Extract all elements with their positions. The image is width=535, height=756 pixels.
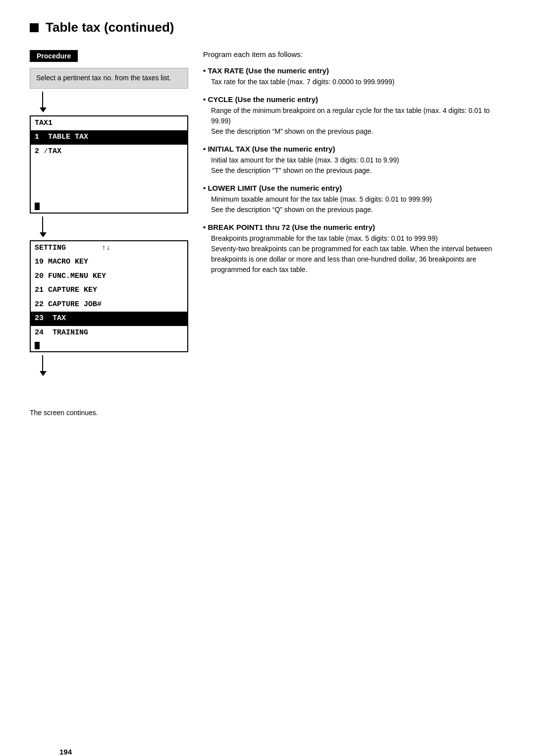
screen1-row-6 [31, 187, 187, 201]
screen2-row-5: 22 CAPTURE JOB# [31, 298, 187, 312]
bullet-initial-tax-title: INITIAL TAX (Use the numeric entry) [203, 145, 505, 153]
bullet-cycle-title: CYCLE (Use the numeric entry) [203, 95, 505, 104]
screen1-row-5 [31, 173, 187, 187]
arrow-down-3 [30, 355, 188, 376]
screen2-row-6: 23 TAX [31, 312, 187, 326]
intro-text: Program each item as follows: [203, 50, 505, 58]
screen2-row-1: SETTING ↑↓ [31, 241, 187, 256]
screen1-row-2: 1 TABLE TAX [31, 130, 187, 145]
screen2-row-3: 20 FUNC.MENU KEY [31, 270, 187, 284]
screen2-row-7: 24 TRAINING [31, 326, 187, 340]
arrow-down-1 [30, 92, 188, 112]
procedure-badge: Procedure [30, 50, 78, 62]
screen-continues-text: The screen continues. [30, 409, 505, 417]
screen2-row-4: 21 CAPTURE KEY [31, 283, 187, 298]
bullet-initial-tax-body: Initial tax amount for the tax table (ma… [211, 155, 505, 176]
screen1-row-4 [31, 159, 187, 173]
page-number: 194 [59, 748, 72, 756]
screen2-cursor [31, 340, 187, 351]
bullet-lower-limit: LOWER LIMIT (Use the numeric entry) Mini… [203, 184, 505, 215]
bullet-break-point-body: Breakpoints programmable for the tax tab… [211, 233, 505, 275]
display-screen-2: SETTING ↑↓ 19 MACRO KEY 20 FUNC.MENU KEY… [30, 240, 188, 353]
display-screen-1: TAX1 1 TABLE TAX 2 ⁄TAX [30, 115, 188, 214]
screen2-row-2: 19 MACRO KEY [31, 255, 187, 270]
bullet-tax-rate-title: TAX RATE (Use the numeric entry) [203, 66, 505, 75]
bullet-break-point: BREAK POINT1 thru 72 (Use the numeric en… [203, 223, 505, 275]
screen1-cursor [31, 201, 187, 213]
right-column: Program each item as follows: TAX RATE (… [203, 50, 505, 283]
instruction-box: Select a pertinent tax no. from the taxe… [30, 68, 188, 89]
arrow-down-2 [30, 216, 188, 237]
page-title: Table tax (continued) [30, 20, 505, 35]
bullet-lower-limit-title: LOWER LIMIT (Use the numeric entry) [203, 184, 505, 192]
bullet-break-point-title: BREAK POINT1 thru 72 (Use the numeric en… [203, 223, 505, 231]
bullet-cycle-body: Range of the minimum breakpoint on a reg… [211, 106, 505, 137]
left-column: Procedure Select a pertinent tax no. fro… [30, 50, 188, 379]
bullet-tax-rate-body: Tax rate for the tax table (max. 7 digit… [211, 77, 505, 87]
bullet-cycle: CYCLE (Use the numeric entry) Range of t… [203, 95, 505, 137]
bullet-tax-rate: TAX RATE (Use the numeric entry) Tax rat… [203, 66, 505, 87]
screen1-row-1: TAX1 [31, 116, 187, 131]
bullet-lower-limit-body: Minimum taxable amount for the tax table… [211, 194, 505, 215]
bullet-initial-tax: INITIAL TAX (Use the numeric entry) Init… [203, 145, 505, 176]
screen1-row-3: 2 ⁄TAX [31, 145, 187, 159]
